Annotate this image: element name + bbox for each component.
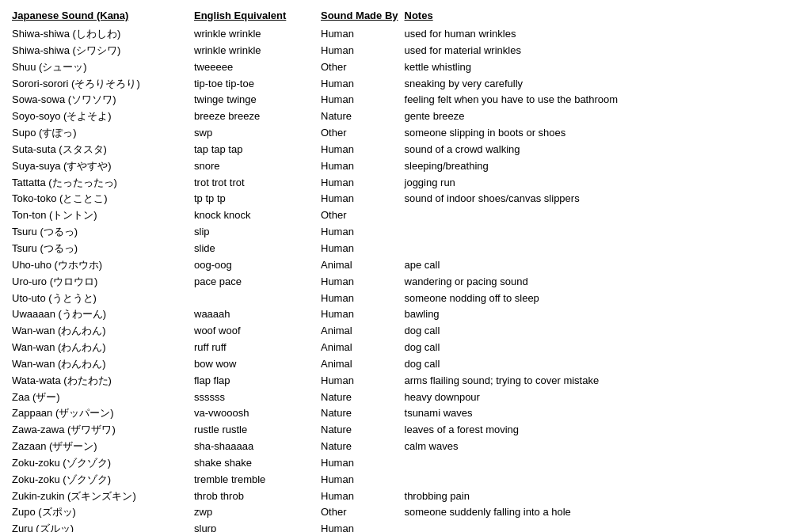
cell-soundby: Human [321,521,405,532]
cell-soundby: Animal [321,356,405,373]
cell-kana: Tattatta (たったったっ) [12,175,194,192]
table-row: Uro-uro (ウロウロ)pace paceHumanwandering or… [12,274,799,291]
cell-notes [405,224,799,241]
table-row: Zupo (ズポッ)zwpOthersomeone suddenly falli… [12,504,799,521]
cell-english: zwp [194,504,321,521]
cell-soundby: Human [321,224,405,241]
table-row: Shuu (シューッ)tweeeeeOtherkettle whistling [12,59,799,76]
cell-soundby: Human [321,142,405,158]
cell-soundby: Human [321,26,405,43]
cell-soundby: Human [321,306,405,323]
table-row: Uto-uto (うとうと)Humansomeone nodding off t… [12,291,799,307]
cell-notes: tsunami waves [405,405,799,422]
cell-notes: jogging run [405,175,799,192]
cell-english: woof woof [194,323,321,340]
cell-english: va-vwooosh [194,405,321,422]
table-row: Ton-ton (トントン)knock knockOther [12,207,799,224]
table-row: Uwaaaan (うわーん)waaaahHumanbawling [12,306,799,323]
cell-english: tp tp tp [194,191,321,207]
cell-notes: ape call [405,257,799,274]
cell-english: wrinkle wrinkle [194,43,321,59]
cell-notes: feeling felt when you have to use the ba… [405,92,799,108]
cell-kana: Uro-uro (ウロウロ) [12,274,194,291]
cell-english: slip [194,224,321,241]
cell-kana: Wan-wan (わんわん) [12,323,194,340]
cell-kana: Zaa (ザー) [12,390,194,406]
cell-kana: Zupo (ズポッ) [12,504,194,521]
cell-english: tip-toe tip-toe [194,76,321,93]
cell-kana: Wan-wan (わんわん) [12,340,194,356]
cell-kana: Shuu (シューッ) [12,59,194,76]
cell-notes: dog call [405,356,799,373]
cell-soundby: Nature [321,439,405,455]
cell-english: tweeeee [194,59,321,76]
table-row: Shiwa-shiwa (しわしわ)wrinkle wrinkleHumanus… [12,26,799,43]
cell-kana: Sowa-sowa (ソワソワ) [12,92,194,108]
cell-english: swp [194,125,321,142]
cell-english: shake shake [194,455,321,472]
cell-notes: leaves of a forest moving [405,422,799,439]
cell-soundby: Human [321,158,405,175]
cell-kana: Tsuru (つるっ) [12,241,194,257]
cell-notes: calm waves [405,439,799,455]
cell-notes: bawling [405,306,799,323]
cell-soundby: Human [321,76,405,93]
cell-kana: Zukin-zukin (ズキンズキン) [12,488,194,505]
table-row: Zoku-zoku (ゾクゾク)shake shakeHuman [12,455,799,472]
cell-soundby: Human [321,92,405,108]
cell-notes [405,207,799,224]
table-row: Soyo-soyo (そよそよ)breeze breezeNaturegente… [12,108,799,125]
cell-notes: sound of indoor shoes/canvas slippers [405,191,799,207]
cell-soundby: Human [321,472,405,488]
cell-notes [405,521,799,532]
table-row: Zazaan (ザザーン)sha-shaaaaaNaturecalm waves [12,439,799,455]
cell-notes [405,241,799,257]
cell-english: sha-shaaaaa [194,439,321,455]
cell-english: breeze breeze [194,108,321,125]
cell-english: twinge twinge [194,92,321,108]
cell-notes: arms flailing sound; trying to cover mis… [405,373,799,390]
header-notes: Notes [405,8,799,26]
cell-english: oog-oog [194,257,321,274]
cell-english: trot trot trot [194,175,321,192]
cell-soundby: Human [321,488,405,505]
cell-notes: someone slipping in boots or shoes [405,125,799,142]
cell-english: knock knock [194,207,321,224]
cell-kana: Zazaan (ザザーン) [12,439,194,455]
header-kana: Japanese Sound (Kana) [12,8,194,26]
cell-kana: Uto-uto (うとうと) [12,291,194,307]
cell-notes: used for human wrinkles [405,26,799,43]
cell-kana: Sorori-sorori (そろりそろり) [12,76,194,93]
cell-kana: Wan-wan (わんわん) [12,356,194,373]
cell-english: tremble tremble [194,472,321,488]
cell-soundby: Nature [321,405,405,422]
cell-notes: dog call [405,340,799,356]
cell-english [194,291,321,307]
cell-kana: Soyo-soyo (そよそよ) [12,108,194,125]
table-row: Zuru (ズルッ)slurpHuman [12,521,799,532]
cell-kana: Zawa-zawa (ザワザワ) [12,422,194,439]
cell-kana: Uho-uho (ウホウホ) [12,257,194,274]
table-row: Wan-wan (わんわん)woof woofAnimaldog call [12,323,799,340]
cell-soundby: Nature [321,390,405,406]
header-english: English Equivalent [194,8,321,26]
cell-english: slide [194,241,321,257]
cell-soundby: Animal [321,340,405,356]
cell-english: snore [194,158,321,175]
table-row: Tsuru (つるっ)slideHuman [12,241,799,257]
cell-soundby: Human [321,291,405,307]
cell-english: flap flap [194,373,321,390]
cell-notes: sound of a crowd walking [405,142,799,158]
table-row: Zawa-zawa (ザワザワ)rustle rustleNatureleave… [12,422,799,439]
cell-english: pace pace [194,274,321,291]
cell-soundby: Animal [321,257,405,274]
cell-soundby: Nature [321,108,405,125]
cell-soundby: Human [321,274,405,291]
table-row: Zappaan (ザッパーン)va-vwoooshNaturetsunami w… [12,405,799,422]
cell-soundby: Human [321,175,405,192]
header-soundby: Sound Made By [321,8,405,26]
cell-kana: Zappaan (ザッパーン) [12,405,194,422]
cell-soundby: Other [321,125,405,142]
cell-kana: Toko-toko (とことこ) [12,191,194,207]
cell-english: ssssss [194,390,321,406]
